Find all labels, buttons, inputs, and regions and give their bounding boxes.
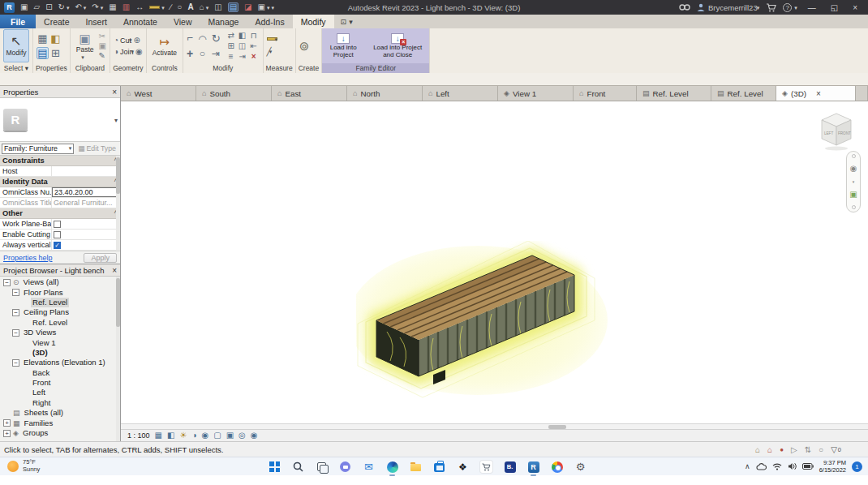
copy-to-clipboard-icon[interactable]: ▣: [99, 42, 106, 50]
view-tab-left[interactable]: ⌂Left: [423, 86, 498, 101]
settings-icon[interactable]: ⚙: [574, 461, 587, 473]
sync-caret-icon[interactable]: ▾: [67, 5, 70, 11]
load-into-project-button[interactable]: ↓ Load into Project: [325, 33, 361, 59]
drawing-area[interactable]: LEFT FRONT ◉ ▾ ▣: [121, 101, 868, 423]
tree-item-left[interactable]: Left: [0, 388, 120, 397]
transfer-icon[interactable]: ▥: [122, 3, 130, 11]
view-tab-3d[interactable]: ◈(3D)×: [776, 86, 856, 101]
edit-type-button[interactable]: ▦ Edit Type: [75, 144, 118, 154]
paste-button[interactable]: ▣ Paste ▾: [74, 32, 97, 61]
sun-path-icon[interactable]: ☀: [179, 431, 187, 440]
onedrive-cloud-icon[interactable]: [756, 463, 767, 470]
match-properties-icon[interactable]: ✎: [99, 52, 106, 60]
cut-profile-icon[interactable]: ◠: [198, 34, 206, 44]
always-vertical-checkbox[interactable]: ✓: [54, 242, 61, 249]
work-plane-checkbox[interactable]: [54, 221, 61, 228]
tree-item-views[interactable]: −⊙Views (all): [0, 277, 120, 287]
measure-icon[interactable]: ↔: [135, 3, 144, 11]
panel-label-properties[interactable]: Properties: [33, 63, 70, 73]
tree-item-ref-level-ceiling[interactable]: Ref. Level: [0, 318, 120, 328]
panel-label-modify[interactable]: Modify: [183, 63, 263, 73]
tree-item-floor-plans[interactable]: −Floor Plans: [0, 287, 120, 297]
tree-item-view-1[interactable]: View 1: [0, 337, 120, 347]
design-options-icon[interactable]: ▷: [791, 445, 797, 454]
background-process-icon[interactable]: ○: [819, 445, 823, 454]
panel-label-geometry[interactable]: Geometry: [110, 63, 146, 73]
measure-caret-icon[interactable]: ▾: [269, 49, 273, 54]
tree-item-right[interactable]: Right: [0, 398, 120, 408]
tree-item-groups[interactable]: +◈Groups: [0, 428, 120, 438]
family-types-icon[interactable]: ▦: [37, 33, 47, 44]
weather-widget[interactable]: 75°F Sunny: [0, 459, 40, 473]
redo-caret-icon[interactable]: ▾: [101, 5, 104, 11]
offset-icon[interactable]: ⇥: [212, 49, 220, 58]
properties-palette-icon[interactable]: ▤: [37, 47, 48, 59]
notification-badge[interactable]: 1: [852, 461, 862, 472]
tree-item-ref-level-floor[interactable]: Ref. Level: [0, 298, 120, 307]
panel-label-measure[interactable]: Measure: [264, 63, 295, 73]
help-caret-icon[interactable]: ▾: [794, 5, 797, 11]
default-3d-view-icon[interactable]: ⌂: [200, 3, 204, 11]
nav-collapse-icon[interactable]: [852, 154, 856, 158]
open-icon[interactable]: ▱: [33, 3, 40, 11]
geometry-box-icon[interactable]: ⊕: [134, 36, 140, 45]
scrollbar-thumb[interactable]: [548, 425, 566, 429]
join-caret-icon[interactable]: ▾: [131, 49, 135, 54]
preview-caret-icon[interactable]: ▾: [114, 116, 118, 123]
tree-item-ceiling-plans[interactable]: −Ceiling Plans: [0, 307, 120, 317]
tree-item-front[interactable]: Front: [0, 378, 120, 388]
properties-help-link[interactable]: Properties help: [3, 254, 53, 262]
tab-view[interactable]: View: [165, 15, 200, 28]
tab-modify[interactable]: Modify: [293, 15, 334, 28]
tree-item-back[interactable]: Back: [0, 368, 120, 378]
paint-icon[interactable]: ◉: [135, 48, 143, 56]
panel-label-controls[interactable]: Controls: [147, 63, 183, 73]
start-button[interactable]: [269, 461, 281, 473]
collapse-icon[interactable]: −: [12, 289, 19, 296]
sync-icon[interactable]: ↻: [58, 3, 65, 11]
scale-icon[interactable]: ⇥: [238, 53, 245, 61]
tray-chevron-icon[interactable]: ∧: [745, 462, 750, 470]
view-tab-view-1[interactable]: ◈View 1: [498, 86, 574, 101]
copy-icon[interactable]: ○: [200, 49, 205, 58]
view-tab-east[interactable]: ⌂East: [272, 86, 347, 101]
reveal-hidden-elements-icon[interactable]: ◉: [251, 431, 258, 440]
undo-icon[interactable]: ↶: [75, 3, 81, 11]
steering-wheel-icon[interactable]: ◉: [850, 165, 857, 173]
panel-label-family-editor[interactable]: Family Editor: [322, 63, 429, 73]
viewcube-left-label[interactable]: LEFT: [824, 131, 833, 135]
tab-create[interactable]: Create: [36, 15, 78, 28]
cut-geometry-icon[interactable]: ◔: [114, 36, 118, 45]
omniclass-number-value[interactable]: 23.40.20.00: [52, 187, 120, 197]
modify-tool-button[interactable]: ↖ Modify: [3, 29, 29, 62]
schedules-icon[interactable]: ▤: [228, 2, 238, 12]
bluebeam-app-icon[interactable]: B.: [504, 461, 516, 473]
rotate-icon[interactable]: ↻: [212, 33, 221, 44]
view-cube[interactable]: LEFT FRONT: [814, 109, 858, 153]
temporary-hide-isolate-icon[interactable]: ◎: [238, 431, 246, 440]
delete-icon[interactable]: ×: [251, 53, 256, 61]
help-icon[interactable]: ?: [783, 3, 792, 12]
worksharing-user-icon[interactable]: ●: [780, 446, 784, 453]
close-view-icon[interactable]: ×: [816, 89, 821, 98]
ribbon-display-toggle[interactable]: ⊡ ▾: [334, 15, 359, 28]
cut-caret-icon[interactable]: ▾: [129, 37, 132, 43]
type-properties-icon[interactable]: ⊞: [51, 48, 60, 58]
type-preview[interactable]: R ▾: [0, 98, 120, 142]
create-group-icon[interactable]: ⊚: [299, 40, 310, 52]
nav-separator-icon[interactable]: ▾: [853, 180, 855, 184]
worksets-icon[interactable]: ⌂: [755, 445, 760, 454]
array-icon[interactable]: ⊞: [227, 42, 234, 50]
mirror-axis-icon[interactable]: ◫: [238, 42, 246, 50]
shadows-icon[interactable]: ◑: [191, 431, 196, 440]
tree-item-3d-views[interactable]: −3D Views: [0, 328, 120, 337]
tag-icon[interactable]: ◪: [244, 3, 251, 11]
bench-model[interactable]: [356, 241, 608, 415]
window-icon[interactable]: ▣: [20, 3, 28, 11]
dimension-caret-icon[interactable]: ▾: [161, 5, 165, 11]
teams-chat-icon[interactable]: [339, 461, 351, 473]
redo-icon[interactable]: ↷: [92, 3, 98, 11]
apply-button[interactable]: Apply: [84, 253, 117, 263]
browser-scrollbar[interactable]: [116, 277, 120, 441]
scrollbar-thumb[interactable]: [116, 278, 120, 327]
